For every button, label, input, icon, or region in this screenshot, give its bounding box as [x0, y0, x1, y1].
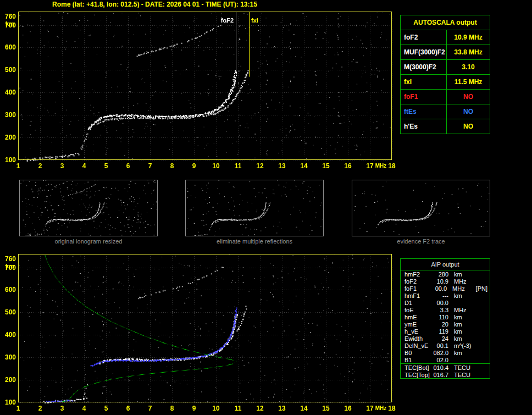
aip-row: foF210.9MHz — [401, 278, 490, 285]
aip-unit: km — [448, 328, 477, 335]
aip-value: 110 — [432, 314, 448, 320]
aip-value: 280 — [432, 271, 448, 278]
aip-label: ymE — [404, 321, 432, 328]
aip-label: B0 — [404, 350, 432, 356]
aip-label: h_vE — [404, 328, 432, 335]
aip-value: 20 — [432, 321, 448, 328]
aip-value: 00.0 — [432, 300, 448, 306]
aip-value: 00.1 — [432, 342, 448, 349]
aip-unit: km — [448, 292, 477, 299]
aip-row: hmF2280km — [401, 270, 490, 278]
aip-row: TEC[Top]016.7TECU — [401, 371, 490, 378]
aip-row: Ewidth24km — [401, 335, 490, 342]
aip-value: 00.0 — [431, 285, 447, 292]
aip-extra: [PN] — [475, 285, 487, 292]
thumbnail-caption-evidence: evidence F2 trace — [352, 238, 490, 245]
autoscala-row-label: MUF(3000)F2 — [401, 45, 447, 59]
aip-label: TEC[Top] — [404, 372, 432, 378]
aip-unit: km — [448, 321, 477, 328]
aip-row: TEC[Bot]010.4TECU — [401, 363, 490, 371]
aip-unit: km — [448, 335, 477, 342]
aip-unit: TECU — [448, 364, 477, 371]
autoscala-window: Rome (lat: +41.8, lon: 012.5) - DATE: 20… — [0, 0, 532, 415]
autoscala-row-label: fxI — [401, 75, 447, 89]
aip-unit: TECU — [448, 372, 477, 378]
aip-value: 02.0 — [432, 357, 448, 363]
aip-unit: km — [448, 350, 477, 356]
thumbnail-eliminate-reflections — [185, 180, 324, 236]
aip-label: foF2 — [404, 278, 432, 285]
autoscala-table-title: AUTOSCALA output — [401, 15, 490, 30]
autoscala-row: foF210.9 MHz — [401, 30, 490, 45]
autoscala-row-value: NO — [447, 90, 490, 104]
aip-row: hmE110km — [401, 313, 490, 320]
autoscala-row-label: M(3000)F2 — [401, 60, 447, 74]
autoscala-row: M(3000)F23.10 — [401, 59, 490, 74]
ionogram-profile-canvas — [0, 250, 399, 415]
aip-label: TEC[Bot] — [404, 364, 432, 371]
autoscala-row-label: ftEs — [401, 104, 447, 119]
aip-unit: MHz — [448, 307, 477, 313]
aip-label: hmF2 — [404, 271, 432, 278]
aip-label: hmE — [404, 314, 432, 320]
autoscala-row-label: foF2 — [401, 30, 447, 45]
autoscala-row: foF1NO — [401, 89, 490, 104]
aip-value: 016.7 — [432, 372, 448, 378]
autoscala-output-table: AUTOSCALA output foF210.9 MHzMUF(3000)F2… — [400, 15, 490, 134]
autoscala-row-value: 3.10 — [447, 60, 490, 74]
autoscala-row-value: 33.8 MHz — [447, 45, 490, 59]
aip-table-body: hmF2280kmfoF210.9MHzfoF100.0MHz[PN]hmF1-… — [401, 270, 490, 378]
aip-value: 082.0 — [432, 350, 448, 356]
aip-unit: MHz — [447, 285, 474, 292]
ionogram-top-canvas — [0, 8, 399, 173]
autoscala-row: fxI11.5 MHz — [401, 74, 490, 89]
thumbnail-original-ionogram — [19, 180, 158, 236]
thumbnail-evidence-f2 — [352, 180, 490, 236]
autoscala-row-value: NO — [447, 104, 490, 119]
aip-label: B1 — [404, 357, 432, 363]
window-title: Rome (lat: +41.8, lon: 012.5) - DATE: 20… — [52, 1, 257, 8]
autoscala-row: ftEsNO — [401, 104, 490, 119]
aip-label: Ewidth — [404, 335, 432, 342]
autoscala-table-body: foF210.9 MHzMUF(3000)F233.8 MHzM(3000)F2… — [401, 30, 490, 134]
autoscala-row-label: h'Es — [401, 119, 447, 134]
autoscala-row-value: 11.5 MHz — [447, 75, 490, 89]
aip-row: foF100.0MHz[PN] — [401, 285, 490, 292]
thumbnail-caption-original: original ionogram resized — [19, 238, 158, 245]
aip-label: D1 — [404, 300, 432, 306]
autoscala-row: h'EsNO — [401, 119, 490, 134]
aip-row: B102.0 — [401, 356, 490, 363]
aip-label: foE — [404, 307, 432, 313]
aip-label: DelN_vE — [404, 342, 432, 349]
aip-row: foE3.3MHz — [401, 306, 490, 313]
aip-value: 3.3 — [432, 307, 448, 313]
aip-row: hmF1---km — [401, 292, 490, 299]
aip-value: 10.9 — [432, 278, 448, 285]
aip-row: ymE20km — [401, 320, 490, 328]
autoscala-row-label: foF1 — [401, 90, 447, 104]
aip-output-table: AIP output hmF2280kmfoF210.9MHzfoF100.0M… — [400, 258, 490, 379]
autoscala-row-value: 10.9 MHz — [447, 30, 490, 45]
aip-value: 24 — [432, 335, 448, 342]
aip-unit: m^(-3) — [448, 342, 477, 349]
aip-table-title: AIP output — [401, 259, 490, 270]
aip-unit: km — [448, 314, 477, 320]
aip-value: 010.4 — [432, 364, 448, 371]
aip-value: 119 — [432, 328, 448, 335]
aip-value: --- — [432, 292, 448, 299]
aip-label: foF1 — [404, 285, 431, 292]
aip-row: h_vE119km — [401, 328, 490, 335]
aip-unit: km — [448, 271, 477, 278]
aip-row: DelN_vE00.1m^(-3) — [401, 342, 490, 349]
aip-unit: MHz — [448, 278, 477, 285]
autoscala-row: MUF(3000)F233.8 MHz — [401, 45, 490, 59]
aip-row: B0082.0km — [401, 349, 490, 356]
aip-label: hmF1 — [404, 292, 432, 299]
thumbnail-caption-eliminate: eliminate multiple reflections — [185, 238, 324, 245]
autoscala-row-value: NO — [447, 119, 490, 134]
aip-row: D100.0 — [401, 299, 490, 306]
